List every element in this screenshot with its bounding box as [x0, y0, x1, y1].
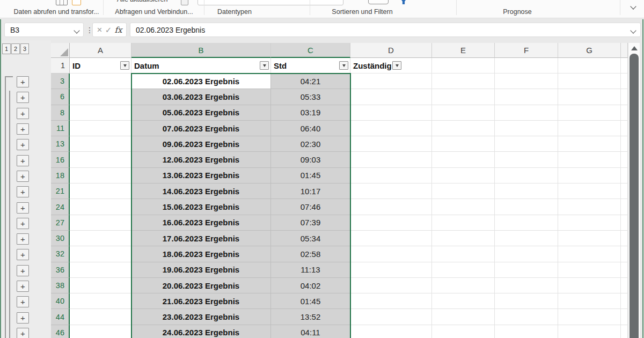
name-box[interactable]: B3 — [4, 23, 84, 37]
cell-empty[interactable] — [558, 74, 621, 89]
cell-empty[interactable] — [558, 121, 621, 136]
expand-group-button[interactable]: + — [17, 76, 29, 87]
insert-function-icon[interactable]: fx — [114, 25, 122, 35]
cell-id-empty[interactable] — [70, 152, 131, 167]
cell-empty[interactable] — [558, 183, 621, 199]
cell-empty[interactable] — [495, 325, 558, 338]
cell-id-empty[interactable] — [70, 136, 131, 152]
cell-empty[interactable] — [621, 199, 628, 215]
cell-std[interactable]: 05:33 — [271, 89, 350, 105]
cell-zustaendig-empty[interactable] — [350, 215, 432, 231]
cell-a1-id-header[interactable]: ID — [70, 58, 131, 74]
row-header[interactable]: 21 — [51, 183, 70, 199]
cell-c1-std-header[interactable]: Std — [271, 58, 350, 74]
cell-id-empty[interactable] — [70, 325, 131, 338]
cell-id-empty[interactable] — [70, 105, 131, 121]
row-header[interactable]: 44 — [51, 309, 70, 325]
expand-group-button[interactable]: + — [17, 155, 29, 166]
column-header[interactable]: D — [350, 43, 432, 58]
expand-group-button[interactable]: + — [17, 281, 29, 292]
column-header[interactable]: F — [495, 43, 558, 58]
cell-zustaendig-empty[interactable] — [350, 262, 432, 278]
cell-datum[interactable]: 17.06.2023 Ergebnis — [131, 231, 271, 246]
cell-empty[interactable] — [558, 293, 621, 309]
outline-level-button[interactable]: 3 — [20, 43, 29, 54]
expand-group-button[interactable]: + — [17, 139, 29, 150]
cell-empty[interactable] — [432, 246, 495, 262]
cell-empty[interactable] — [495, 278, 558, 293]
cell-empty[interactable] — [558, 215, 621, 231]
cell-id-empty[interactable] — [70, 246, 131, 262]
cell-empty[interactable] — [432, 74, 495, 89]
cell-std[interactable]: 11:13 — [271, 262, 350, 278]
cell-empty[interactable] — [495, 183, 558, 199]
cell-datum[interactable]: 02.06.2023 Ergebnis — [131, 74, 271, 89]
cell-empty[interactable] — [621, 121, 628, 136]
cell-empty[interactable] — [621, 152, 628, 167]
cell-datum[interactable]: 15.06.2023 Ergebnis — [131, 199, 271, 215]
cell-datum[interactable]: 03.06.2023 Ergebnis — [131, 89, 271, 105]
cell-id-empty[interactable] — [70, 309, 131, 325]
cell-empty[interactable] — [432, 152, 495, 167]
cell-datum[interactable]: 18.06.2023 Ergebnis — [131, 246, 271, 262]
column-header[interactable]: C — [271, 43, 350, 58]
cell-datum[interactable]: 21.06.2023 Ergebnis — [131, 293, 271, 309]
expand-group-button[interactable]: + — [17, 312, 29, 324]
cell-id-empty[interactable] — [70, 183, 131, 199]
cell-empty[interactable] — [432, 183, 495, 199]
scroll-up-icon[interactable] — [631, 46, 638, 50]
cell-datum[interactable]: 13.06.2023 Ergebnis — [131, 168, 271, 183]
cell-zustaendig-empty[interactable] — [350, 121, 432, 136]
cell-zustaendig-empty[interactable] — [350, 183, 432, 199]
cell-empty[interactable] — [558, 231, 621, 246]
get-data-icon[interactable] — [56, 0, 68, 5]
row-header[interactable]: 8 — [51, 105, 70, 121]
cell-empty[interactable] — [558, 262, 621, 278]
cell-empty[interactable] — [432, 58, 495, 74]
row-header[interactable]: 38 — [51, 278, 70, 293]
cell-empty[interactable] — [495, 152, 558, 167]
expand-group-button[interactable]: + — [17, 108, 29, 119]
cell-datum[interactable]: 05.06.2023 Ergebnis — [131, 105, 271, 121]
cell-empty[interactable] — [621, 262, 628, 278]
cell-std[interactable]: 07:39 — [271, 215, 350, 231]
cell-empty[interactable] — [621, 74, 628, 89]
filter-dropdown-button[interactable] — [339, 61, 348, 70]
cell-empty[interactable] — [495, 246, 558, 262]
row-header[interactable]: 32 — [51, 246, 70, 262]
cell-empty[interactable] — [558, 325, 621, 338]
cell-empty[interactable] — [558, 136, 621, 152]
column-header[interactable]: A — [70, 43, 131, 58]
cell-empty[interactable] — [432, 89, 495, 105]
cell-datum[interactable]: 20.06.2023 Ergebnis — [131, 278, 271, 293]
row-header[interactable]: 1 — [51, 58, 70, 74]
cell-std[interactable]: 04:02 — [271, 278, 350, 293]
cell-empty[interactable] — [558, 168, 621, 183]
expand-group-button[interactable]: + — [17, 123, 29, 135]
cell-empty[interactable] — [621, 278, 628, 293]
refresh-all-button[interactable]: Alle aktualisieren — [117, 0, 168, 3]
cell-empty[interactable] — [621, 215, 628, 231]
cell-empty[interactable] — [495, 136, 558, 152]
cell-zustaendig-empty[interactable] — [350, 309, 432, 325]
cell-datum[interactable]: 24.06.2023 Ergebnis — [131, 325, 271, 338]
cell-std[interactable]: 04:11 — [271, 325, 350, 338]
row-header[interactable]: 24 — [51, 199, 70, 215]
cell-empty[interactable] — [558, 89, 621, 105]
filter-button[interactable] — [368, 0, 389, 4]
cell-empty[interactable] — [558, 105, 621, 121]
cell-empty[interactable] — [432, 215, 495, 231]
cell-b1-datum-header[interactable]: Datum — [131, 58, 271, 74]
cell-std[interactable]: 01:45 — [271, 168, 350, 183]
cell-std[interactable]: 06:40 — [271, 121, 350, 136]
cell-empty[interactable] — [495, 231, 558, 246]
select-all-button[interactable] — [51, 43, 70, 58]
expand-group-button[interactable]: + — [17, 186, 29, 197]
row-header[interactable]: 11 — [51, 121, 70, 136]
column-header-sliver[interactable] — [621, 43, 628, 58]
cell-datum[interactable]: 19.06.2023 Ergebnis — [131, 262, 271, 278]
cell-empty[interactable] — [495, 199, 558, 215]
formula-bar-input[interactable]: 02.06.2023 Ergebnis — [130, 23, 641, 37]
data-types-gallery[interactable] — [197, 0, 343, 5]
cell-empty[interactable] — [621, 246, 628, 262]
